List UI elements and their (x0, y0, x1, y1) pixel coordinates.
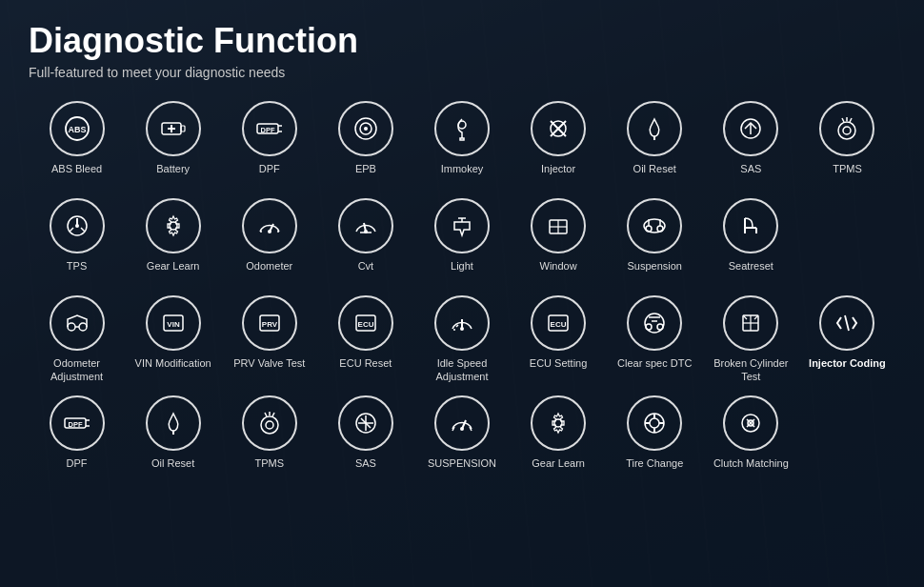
svg-line-25 (70, 228, 73, 232)
seatreset-icon (723, 198, 778, 253)
svg-point-61 (657, 324, 663, 330)
oil-reset-icon (627, 101, 682, 156)
tire-change-item[interactable]: Tire Change (607, 392, 703, 485)
clutch-item[interactable]: Clutch Matching (703, 392, 799, 485)
tpms-label: TPMS (833, 162, 862, 187)
suspension2-icon (434, 395, 490, 451)
seatreset-item[interactable]: Seatreset (703, 194, 799, 288)
epb-icon (338, 101, 393, 156)
idle-speed-label: Idle Speed Adjustment (415, 356, 508, 384)
odometer-item[interactable]: Odometer (221, 194, 317, 288)
clear-spec-icon (627, 295, 682, 351)
immokey-label: Immokey (441, 162, 484, 187)
light-item[interactable]: Light (413, 194, 510, 288)
gear-learn2-icon (531, 395, 586, 451)
dpf2-item[interactable]: DPF DPF (29, 392, 125, 485)
svg-point-74 (266, 421, 273, 429)
sas2-icon (338, 395, 393, 451)
vin-icon: VIN (146, 295, 201, 351)
dpf-item[interactable]: DPF DPF (221, 97, 317, 191)
abs-bleed-item[interactable]: ABS ABS Bleed (29, 97, 125, 191)
sas-icon (723, 101, 778, 156)
injector-item[interactable]: Injector (511, 97, 607, 191)
prv-item[interactable]: PRV PRV Valve Test (221, 292, 317, 388)
vin-item[interactable]: VIN VIN Modification (125, 292, 221, 388)
cvt-icon (338, 198, 393, 253)
suspension-item[interactable]: Suspension (607, 194, 703, 288)
dpf-icon: DPF (242, 101, 297, 156)
idle-speed-item[interactable]: Idle Speed Adjustment (413, 292, 510, 388)
tpms2-label: TPMS (254, 456, 284, 481)
injector-icon (531, 101, 586, 156)
sas2-item[interactable]: SAS (317, 392, 413, 485)
immokey-icon (434, 101, 490, 156)
immokey-item[interactable]: Immokey (413, 97, 510, 191)
prv-label: PRV Valve Test (233, 356, 305, 381)
sas2-label: SAS (355, 456, 376, 481)
oil-reset2-item[interactable]: Oil Reset (125, 392, 221, 485)
light-icon (434, 198, 490, 253)
battery-label: Battery (156, 162, 190, 187)
injector-coding-item[interactable]: Injector Coding (799, 292, 895, 388)
gear-learn-item[interactable]: Gear Learn (125, 194, 221, 288)
vin-label: VIN Modification (135, 356, 211, 381)
gear-learn2-item[interactable]: Gear Learn (511, 392, 607, 485)
idle-speed-icon (434, 295, 490, 351)
dpf-label: DPF (259, 162, 280, 187)
clutch-icon (723, 395, 778, 451)
tpms2-item[interactable]: TPMS (221, 392, 317, 485)
suspension2-item[interactable]: SUSPENSION (413, 392, 510, 485)
broken-cyl-icon (723, 295, 778, 351)
svg-point-13 (458, 121, 466, 129)
clear-spec-label: Clear spec DTC (617, 356, 692, 381)
svg-text:ECU: ECU (551, 320, 567, 329)
ecu-setting-item[interactable]: ECU ECU Setting (511, 292, 607, 388)
cvt-label: Cvt (358, 259, 374, 284)
svg-point-12 (364, 127, 368, 131)
abs-bleed-label: ABS Bleed (51, 162, 102, 187)
clear-spec-item[interactable]: Clear spec DTC (607, 292, 703, 388)
epb-label: EPB (355, 162, 376, 187)
dpf2-icon: DPF (50, 395, 105, 451)
tps-icon (50, 198, 105, 253)
battery-item[interactable]: Battery (125, 97, 221, 191)
svg-text:DPF: DPF (260, 126, 274, 134)
tpms-item[interactable]: TPMS (799, 97, 895, 191)
svg-point-45 (68, 323, 75, 331)
page-title: Diagnostic Function (29, 21, 895, 61)
epb-item[interactable]: EPB (317, 97, 413, 191)
tps-item[interactable]: TPS (29, 194, 125, 288)
svg-point-73 (261, 416, 278, 434)
odometer-icon (242, 198, 297, 253)
odometer-adj-label: Odometer Adjustment (30, 356, 123, 384)
tpms-icon (819, 101, 874, 156)
injector-coding-label: Injector Coding (809, 356, 886, 381)
function-grid: ABS ABS Bleed Battery DPF DPF EPB (29, 97, 895, 485)
cvt-item[interactable]: Cvt (317, 194, 413, 288)
suspension-label: Suspension (627, 259, 682, 284)
tps-label: TPS (67, 259, 87, 284)
ecu-setting-icon: ECU (531, 295, 586, 351)
svg-text:DPF: DPF (68, 420, 82, 429)
window-icon (531, 198, 586, 253)
window-label: Window (540, 259, 577, 284)
ecu-reset-item[interactable]: ECU ECU Reset (317, 292, 413, 388)
row2-spacer (799, 194, 895, 288)
oil-reset-item[interactable]: Oil Reset (607, 97, 703, 191)
window-item[interactable]: Window (511, 194, 607, 288)
odometer-adj-icon (50, 295, 105, 351)
svg-point-55 (460, 327, 464, 331)
injector-coding-icon (819, 295, 874, 351)
broken-cyl-item[interactable]: Broken Cylinder Test (703, 292, 799, 388)
sas-item[interactable]: SAS (703, 97, 799, 191)
prv-icon: PRV (242, 295, 297, 351)
tpms2-icon (242, 395, 297, 451)
odometer-adj-item[interactable]: Odometer Adjustment (29, 292, 125, 388)
svg-text:VIN: VIN (167, 320, 180, 329)
svg-point-46 (79, 323, 87, 331)
broken-cyl-label: Broken Cylinder Test (705, 356, 797, 384)
oil-reset-label: Oil Reset (633, 162, 676, 187)
svg-point-60 (646, 324, 652, 330)
svg-point-79 (460, 427, 464, 431)
gear-learn2-label: Gear Learn (532, 456, 585, 481)
